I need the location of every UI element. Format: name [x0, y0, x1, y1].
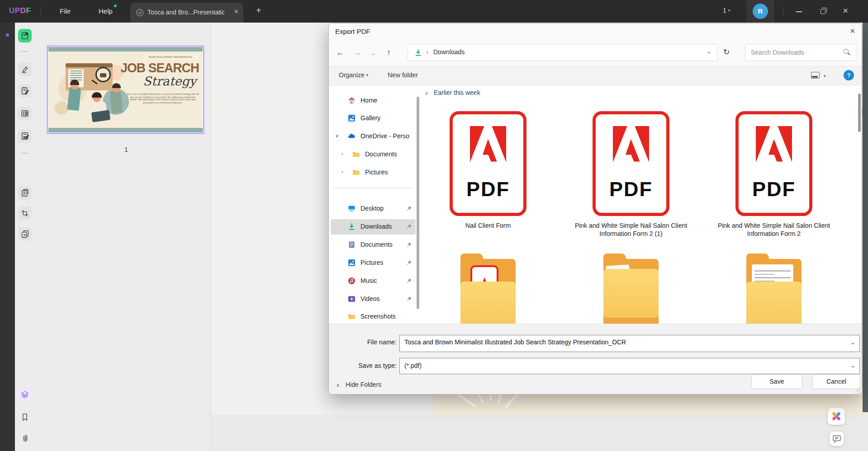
nav-item-onedrive[interactable]: ∨ OneDrive - Perso [331, 129, 416, 144]
logo-letter: D [20, 6, 26, 15]
search-input[interactable] [751, 47, 837, 57]
new-folder-button[interactable]: New folder [388, 71, 418, 79]
nav-item-screenshots[interactable]: Screenshots [331, 309, 416, 324]
canvas-scrollbar[interactable] [863, 23, 868, 412]
nav-item-onedrive-documents[interactable]: › Documents [331, 147, 416, 162]
notification-dot [6, 33, 9, 37]
window-restore-button[interactable] [821, 9, 825, 14]
nav-item-documents[interactable]: Documents [331, 237, 416, 253]
crop-tool-button[interactable] [18, 207, 32, 220]
expander-icon[interactable]: ∨ [335, 133, 339, 139]
document-tab[interactable]: Tosca and Bro...Presentation* ✕ [130, 3, 243, 23]
forward-button[interactable]: → [353, 48, 361, 57]
window-close-button[interactable]: ✕ [843, 7, 849, 15]
file-name-input[interactable] [404, 338, 839, 346]
bookmarks-button[interactable] [18, 410, 32, 424]
reader-mode-button[interactable] [18, 29, 32, 42]
ocr-tool-button[interactable] [18, 227, 32, 241]
breadcrumb-location[interactable]: Downloads [433, 48, 465, 56]
folder-icon [603, 254, 659, 324]
ai-assistant-button[interactable] [828, 408, 845, 425]
folder-item[interactable] [422, 254, 555, 324]
window-minimize-button[interactable] [796, 11, 802, 12]
search-box[interactable] [745, 44, 856, 61]
adobe-acrobat-icon [609, 126, 653, 164]
nav-item-onedrive-pictures[interactable]: › Pictures [331, 165, 416, 180]
highlighter-icon [20, 65, 29, 74]
nav-item-music[interactable]: Music [331, 273, 416, 289]
form-tool-button[interactable] [18, 107, 32, 120]
cancel-button[interactable]: Cancel [812, 374, 860, 389]
pdf-file-icon: PDF [593, 111, 669, 216]
pin-icon [406, 296, 412, 302]
group-header[interactable]: ∨ Earlier this week [425, 89, 480, 96]
nav-item-downloads[interactable]: Downloads [331, 219, 416, 235]
thumbnail-page-number: 1 [42, 146, 210, 153]
tab-title: Tosca and Bro...Presentation* [147, 9, 224, 16]
folder-item[interactable] [564, 254, 697, 324]
file-list-scrollbar[interactable] [858, 94, 861, 132]
file-name: Pink and White Simple Nail Salon Client … [564, 221, 697, 238]
folder-item[interactable] [707, 254, 840, 324]
file-item[interactable]: PDF Nail Client Form [422, 111, 555, 230]
nav-item-pictures[interactable]: Pictures [331, 255, 416, 271]
nav-item-home[interactable]: Home [331, 93, 416, 108]
file-item[interactable]: PDF Pink and White Simple Nail Salon Cli… [707, 111, 840, 238]
annotate-tool-button[interactable] [18, 62, 32, 76]
dialog-title-bar: Export PDF ✕ [329, 23, 862, 40]
pin-icon [406, 260, 412, 266]
nav-item-label: Documents [365, 150, 397, 158]
folder-icon [348, 313, 356, 320]
organize-menu[interactable]: Organize ▾ [339, 71, 368, 79]
layers-panel-button[interactable] [18, 388, 32, 401]
help-button[interactable]: ? [844, 70, 854, 80]
pin-icon [406, 206, 412, 211]
file-name-combo[interactable]: ⌄ [399, 335, 860, 352]
menu-help[interactable]: Help [94, 0, 117, 23]
onedrive-cloud-icon [348, 132, 356, 140]
edit-tool-button[interactable] [18, 129, 32, 143]
illustration-person [110, 90, 123, 113]
save-button[interactable]: Save [751, 374, 802, 389]
view-options-chevron[interactable]: ▾ [824, 74, 826, 78]
ai-flower-icon [831, 411, 842, 422]
resize-grip[interactable] [859, 391, 860, 392]
comment-icon [832, 434, 841, 443]
up-button[interactable]: ↑ [387, 48, 391, 57]
file-name-dropdown-chevron[interactable]: ⌄ [850, 339, 855, 346]
page-1-thumbnail[interactable]: BARTHOLOMEW HENDERSON JOB SEARCH Strateg… [47, 46, 204, 134]
expander-icon[interactable]: › [342, 151, 343, 156]
group-collapse-icon[interactable]: ∨ [425, 90, 428, 96]
tree-scrollbar[interactable] [417, 97, 419, 309]
organize-pages-button[interactable] [18, 186, 32, 200]
tab-close-icon[interactable]: ✕ [234, 8, 239, 15]
nav-item-gallery[interactable]: Gallery [331, 111, 416, 126]
folder-icon [460, 254, 516, 324]
canvas-below-page [211, 415, 868, 451]
attachments-button[interactable] [18, 432, 32, 445]
nav-item-label: OneDrive - Perso [360, 132, 409, 140]
view-toggle-icon[interactable] [811, 72, 820, 79]
recent-locations-chevron[interactable]: ⌄ [371, 50, 376, 56]
comments-button[interactable] [830, 432, 844, 446]
refresh-button[interactable]: ↻ [723, 47, 730, 57]
comment-tool-button[interactable] [18, 84, 32, 98]
hide-folders-button[interactable]: ∧ Hide Folders [336, 381, 381, 388]
dialog-bottom-panel: File name: ⌄ Save as type: (*.pdf) ⌄ ∧ H… [329, 324, 862, 395]
back-button[interactable]: ← [336, 48, 344, 57]
save-as-type-dropdown-chevron[interactable]: ⌄ [850, 362, 855, 369]
avatar: R [753, 4, 768, 19]
save-as-type-select[interactable]: (*.pdf) ⌄ [399, 358, 860, 374]
dialog-close-button[interactable]: ✕ [849, 27, 855, 35]
page-indicator[interactable]: 1 ▾ [723, 7, 730, 14]
menu-file[interactable]: File [55, 0, 75, 23]
address-dropdown-chevron[interactable]: ⌄ [706, 47, 711, 55]
dialog-navigation-row: ← → ⌄ ↑ › Downloads ⌄ ↻ [329, 40, 862, 66]
account-button[interactable]: R [746, 0, 774, 23]
nav-item-videos[interactable]: Videos [331, 291, 416, 307]
new-tab-button[interactable]: + [256, 5, 261, 16]
file-item[interactable]: PDF Pink and White Simple Nail Salon Cli… [564, 111, 697, 238]
nav-item-desktop[interactable]: Desktop [331, 201, 416, 216]
expander-icon[interactable]: › [342, 169, 343, 174]
address-bar[interactable]: › Downloads ⌄ [408, 44, 717, 61]
